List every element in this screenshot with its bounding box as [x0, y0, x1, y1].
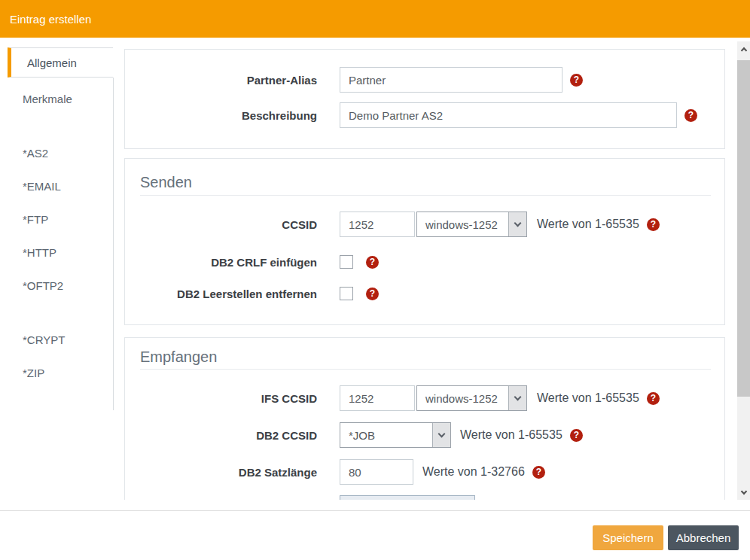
sidebar-item-merkmale[interactable]: Merkmale	[8, 84, 113, 114]
db2-ccsid-label: DB2 CCSID	[125, 429, 340, 442]
dialog-title: Eintrag erstellen	[10, 13, 91, 26]
scroll-up-icon[interactable]	[737, 41, 750, 56]
ifs-ccsid-encoding-select[interactable]: windows-1252	[416, 385, 527, 411]
db2-ccsid-select[interactable]: *JOB	[340, 422, 451, 448]
partner-alias-label: Partner-Alias	[125, 74, 340, 87]
scroll-down-icon[interactable]	[737, 485, 750, 500]
sidebar-item-label: *HTTP	[23, 246, 56, 259]
help-icon[interactable]: ?	[647, 218, 660, 231]
ccsid-encoding-value: windows-1252	[417, 218, 508, 231]
sidebar-item-label: *EMAIL	[23, 180, 61, 193]
scrollbar-thumb[interactable]	[737, 60, 750, 397]
sidebar-item-http[interactable]: *HTTP	[8, 237, 113, 267]
db2-crlf-checkbox[interactable]	[340, 255, 353, 269]
partner-alias-input[interactable]	[340, 67, 562, 93]
senden-section-title: Senden	[140, 174, 192, 191]
beschreibung-label: Beschreibung	[125, 109, 340, 122]
sidebar-item-label: *AS2	[23, 147, 48, 160]
senden-panel: Senden CCSID windows-1252 Werte von 1-65…	[124, 158, 725, 325]
help-icon[interactable]: ?	[684, 109, 697, 122]
sidebar-item-email[interactable]: *EMAIL	[8, 171, 113, 201]
beschreibung-input[interactable]	[340, 102, 677, 128]
general-panel: Partner-Alias ? Beschreibung ?	[124, 49, 725, 149]
chevron-down-icon	[508, 386, 526, 410]
chevron-down-icon	[508, 212, 526, 236]
help-icon[interactable]: ?	[570, 429, 583, 442]
ccsid-hint: Werte von 1-65535	[537, 218, 639, 231]
sidebar-item-ftp[interactable]: *FTP	[8, 204, 113, 234]
section-divider	[140, 369, 711, 370]
sidebar-item-label: Merkmale	[23, 93, 72, 105]
scrollbar[interactable]	[737, 41, 750, 500]
db2-crlf-label: DB2 CRLF einfügen	[125, 256, 340, 269]
sidebar-item-label: *ZIP	[23, 367, 44, 379]
help-icon[interactable]: ?	[366, 256, 379, 269]
db2-satzlaenge-input[interactable]	[340, 459, 413, 485]
ifs-ccsid-input[interactable]	[340, 385, 415, 411]
ccsid-label: CCSID	[125, 218, 340, 231]
sidebar-item-label: *FTP	[23, 213, 48, 226]
ccsid-encoding-select[interactable]: windows-1252	[416, 212, 527, 237]
sidebar-item-zip[interactable]: *ZIP	[8, 358, 113, 388]
ifs-ccsid-label: IFS CCSID	[125, 392, 340, 405]
help-icon[interactable]: ?	[647, 392, 660, 405]
db2-satzlaenge-label: DB2 Satzlänge	[125, 466, 340, 479]
ccsid-input[interactable]	[340, 212, 415, 237]
sidebar-item-oftp2[interactable]: *OFTP2	[8, 270, 113, 300]
clipped-next-field[interactable]	[340, 495, 475, 500]
db2-leerstellen-label: DB2 Leerstellen entfernen	[125, 288, 340, 300]
db2-satzlaenge-hint: Werte von 1-32766	[422, 465, 525, 479]
help-icon[interactable]: ?	[366, 288, 379, 300]
sidebar-item-label: *CRYPT	[23, 333, 65, 346]
sidebar-item-allgemein[interactable]: Allgemein	[8, 47, 113, 78]
empfangen-panel: Empfangen IFS CCSID windows-1252 Werte v…	[124, 337, 725, 500]
empfangen-section-title: Empfangen	[140, 348, 217, 366]
dialog-footer: Speichern Abbrechen	[0, 510, 750, 560]
chevron-down-icon	[432, 423, 450, 447]
cancel-button[interactable]: Abbrechen	[668, 525, 739, 550]
help-icon[interactable]: ?	[532, 466, 545, 479]
db2-ccsid-hint: Werte von 1-65535	[460, 428, 562, 442]
sidebar-item-crypt[interactable]: *CRYPT	[8, 324, 113, 355]
sidebar-divider	[113, 78, 114, 410]
ifs-ccsid-hint: Werte von 1-65535	[537, 391, 639, 405]
sidebar-item-as2[interactable]: *AS2	[8, 138, 113, 168]
ifs-ccsid-encoding-value: windows-1252	[417, 392, 508, 405]
section-divider	[140, 195, 711, 196]
dialog-header: Eintrag erstellen	[0, 0, 750, 38]
empfangen-panel-inner: Empfangen IFS CCSID windows-1252 Werte v…	[124, 337, 725, 500]
help-icon[interactable]: ?	[570, 74, 583, 87]
save-button[interactable]: Speichern	[593, 525, 663, 550]
db2-leerstellen-checkbox[interactable]	[340, 287, 353, 300]
sidebar-item-label: *OFTP2	[23, 279, 63, 292]
sidebar-item-label: Allgemein	[27, 56, 77, 69]
db2-ccsid-value: *JOB	[340, 429, 432, 442]
